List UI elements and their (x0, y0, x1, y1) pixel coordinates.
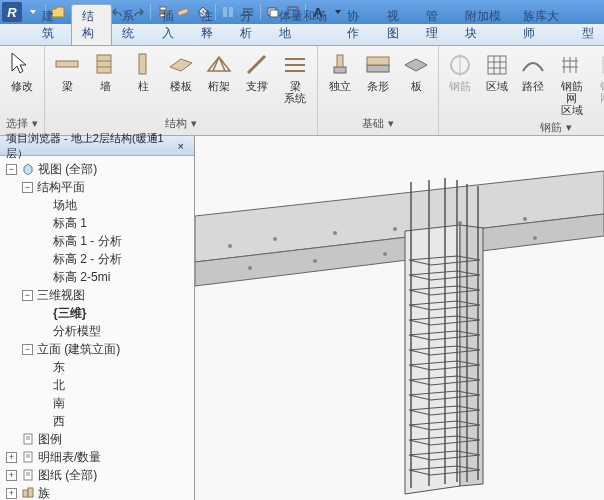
tree-node[interactable]: 标高 1 - 分析 (2, 232, 192, 250)
tree-toggle-icon[interactable]: − (6, 164, 17, 175)
tree-node[interactable]: {三维} (2, 304, 192, 322)
tab-注释[interactable]: 注释 (191, 5, 230, 45)
ribbon-btn-column[interactable]: 柱 (125, 48, 161, 94)
cube-icon (21, 163, 35, 175)
ribbon-btn-label: 柱 (138, 80, 149, 92)
ribbon-btn-label: 钢筋网区域 (556, 80, 587, 116)
tab-型[interactable]: 型 (572, 22, 604, 45)
tree-node[interactable]: +图纸 (全部) (2, 466, 192, 484)
tree-node[interactable]: 图例 (2, 430, 192, 448)
floor-slab (195, 171, 604, 286)
tree-node[interactable]: 场地 (2, 196, 192, 214)
viewport-3d[interactable] (195, 136, 604, 500)
ribbon-group-钢筋: 钢筋区域路径钢筋网区域钢筋网片保护层钢筋 ▾ (439, 46, 604, 135)
tree-node[interactable]: 东 (2, 358, 192, 376)
svg-point-71 (313, 259, 317, 263)
tab-插入[interactable]: 插入 (152, 5, 191, 45)
path-icon (519, 50, 547, 78)
tab-视图[interactable]: 视图 (377, 5, 416, 45)
tree-label: 标高 2 - 分析 (53, 251, 122, 268)
tab-建筑[interactable]: 建筑 (32, 5, 71, 45)
fabric-icon (558, 50, 586, 78)
tree-toggle-icon[interactable]: − (22, 344, 33, 355)
tree-label: 分析模型 (53, 323, 101, 340)
tree-node[interactable]: 标高 1 (2, 214, 192, 232)
tab-系统[interactable]: 系统 (112, 5, 151, 45)
svg-line-23 (248, 56, 265, 73)
sheet-icon (21, 433, 35, 445)
tree-node[interactable]: −立面 (建筑立面) (2, 340, 192, 358)
ribbon-btn-slab[interactable]: 板 (398, 48, 434, 94)
project-tree: −视图 (全部)−结构平面场地标高 1标高 1 - 分析标高 2 - 分析标高 … (0, 156, 194, 500)
tree-toggle-icon[interactable]: + (6, 488, 17, 499)
ribbon-btn-floor[interactable]: 楼板 (163, 48, 199, 94)
sheet-icon (21, 469, 35, 481)
tree-toggle-icon[interactable]: − (22, 290, 33, 301)
tree-node[interactable]: 分析模型 (2, 322, 192, 340)
beam-icon (53, 50, 81, 78)
ribbon-btn-label: 修改 (11, 80, 33, 92)
tree-node[interactable]: +族 (2, 484, 192, 500)
project-browser-title: 项目浏览器 - 地上2层结构(暖通1层） × (0, 136, 194, 156)
ribbon-btn-label: 墙 (100, 80, 111, 92)
tree-toggle-icon[interactable]: − (22, 182, 33, 193)
ribbon-btn-strip[interactable]: 条形 (360, 48, 396, 94)
ribbon-btn-label: 路径 (522, 80, 544, 92)
tree-node[interactable]: 南 (2, 394, 192, 412)
tree-node[interactable]: −结构平面 (2, 178, 192, 196)
tab-体量和场地[interactable]: 体量和场地 (269, 5, 337, 45)
svg-point-69 (523, 217, 527, 221)
ribbon-btn-path[interactable]: 路径 (516, 48, 550, 94)
tree-node[interactable]: 西 (2, 412, 192, 430)
tab-族库大师[interactable]: 族库大师 (513, 5, 571, 45)
tree-node[interactable]: +明细表/数量 (2, 448, 192, 466)
tree-node[interactable]: −三维视图 (2, 286, 192, 304)
svg-point-70 (248, 266, 252, 270)
tree-toggle-icon[interactable]: + (6, 452, 17, 463)
ribbon-group-结构: 梁墙柱楼板桁架支撑梁系统结构 ▾ (45, 46, 318, 135)
rebar-icon (446, 50, 474, 78)
tab-分析[interactable]: 分析 (230, 5, 269, 45)
close-icon[interactable]: × (174, 140, 188, 152)
ribbon-btn-label: 桁架 (208, 80, 230, 92)
svg-rect-17 (56, 61, 78, 67)
svg-point-67 (393, 227, 397, 231)
ribbon-btn-fabric[interactable]: 钢筋网区域 (552, 48, 591, 118)
tab-协作[interactable]: 协作 (337, 5, 376, 45)
tree-label: 三维视图 (37, 287, 85, 304)
ribbon: 修改选择 ▾梁墙柱楼板桁架支撑梁系统结构 ▾独立条形板基础 ▾钢筋区域路径钢筋网… (0, 46, 604, 136)
tree-label: 标高 1 - 分析 (53, 233, 122, 250)
tree-node[interactable]: 北 (2, 376, 192, 394)
ribbon-btn-beam[interactable]: 梁 (49, 48, 85, 94)
svg-marker-50 (24, 164, 32, 175)
ribbon-btn-label: 支撑 (246, 80, 268, 92)
ribbon-group-label: 基础 ▾ (322, 114, 434, 133)
wall-icon (91, 50, 119, 78)
area-icon (483, 50, 511, 78)
ribbon-btn-truss[interactable]: 桁架 (201, 48, 237, 94)
svg-point-65 (273, 237, 277, 241)
ribbon-btn-label: 条形 (367, 80, 389, 92)
tree-toggle-icon[interactable]: + (6, 470, 17, 481)
ribbon-btn-label: 钢筋网片 (600, 80, 604, 104)
tab-结构[interactable]: 结构 (71, 4, 112, 45)
sheet-icon (21, 451, 35, 463)
svg-rect-61 (28, 488, 33, 497)
tree-node[interactable]: 标高 2 - 分析 (2, 250, 192, 268)
ribbon-btn-wall[interactable]: 墙 (87, 48, 123, 94)
ribbon-btn-area[interactable]: 区域 (479, 48, 513, 94)
ribbon-btn-brace[interactable]: 支撑 (239, 48, 275, 94)
tree-node[interactable]: 标高 2-5mi (2, 268, 192, 286)
tab-附加模块[interactable]: 附加模块 (455, 5, 513, 45)
app-logo[interactable]: R (2, 2, 22, 22)
ribbon-btn-iso[interactable]: 独立 (322, 48, 358, 94)
ribbon-btn-beamsys[interactable]: 梁系统 (277, 48, 313, 106)
tab-管理[interactable]: 管理 (416, 5, 455, 45)
ribbon-btn-cursor[interactable]: 修改 (4, 48, 40, 94)
slab-icon (402, 50, 430, 78)
svg-marker-22 (170, 59, 192, 71)
ribbon-btn-label: 板 (411, 80, 422, 92)
truss-icon (205, 50, 233, 78)
tree-node[interactable]: −视图 (全部) (2, 160, 192, 178)
ribbon-group-选择: 修改选择 ▾ (0, 46, 45, 135)
